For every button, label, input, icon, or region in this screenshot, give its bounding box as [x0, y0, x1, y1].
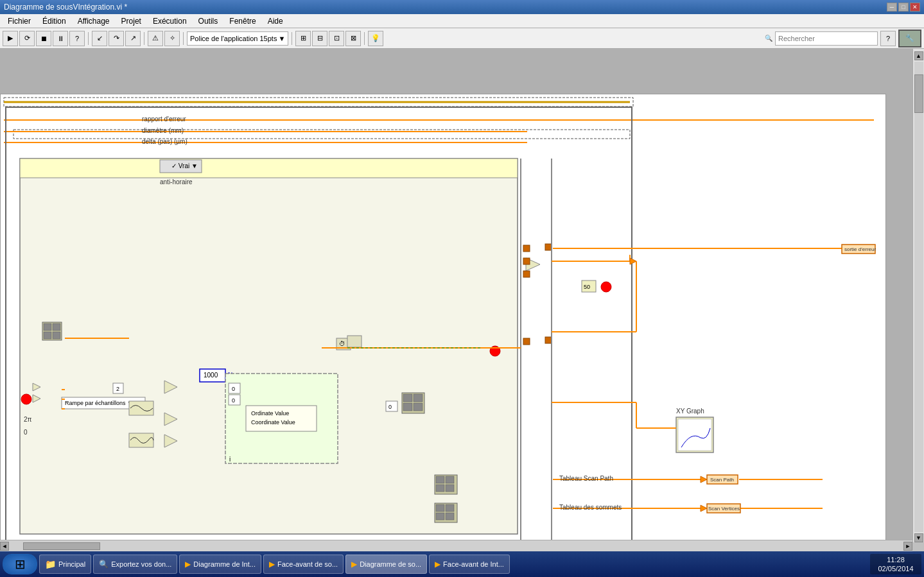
svg-point-49 [490, 346, 500, 356]
svg-rect-76 [446, 485, 454, 492]
svg-text:Tableau des sommets: Tableau des sommets [559, 504, 622, 511]
svg-rect-8 [20, 159, 518, 534]
run-cont-button[interactable]: ⟳ [19, 31, 35, 46]
svg-text:XY Graph: XY Graph [676, 408, 704, 415]
warning-button[interactable]: ⚠ [148, 31, 163, 46]
svg-rect-60 [545, 337, 552, 343]
bottom-scrollbar[interactable]: ◄ ► [0, 540, 912, 551]
svg-text:Rampe par échantillons ▼: Rampe par échantillons ▼ [65, 400, 133, 406]
svg-rect-19 [44, 332, 51, 339]
taskbar-folder-icon: 📁 [45, 559, 56, 569]
run-button[interactable]: ▶ [3, 31, 18, 46]
title-bar: Diagramme de sousVIntégration.vi * ─ □ ✕ [0, 0, 924, 14]
taskbar-item-principal[interactable]: 📁 Principal [39, 555, 91, 574]
svg-marker-28 [164, 413, 177, 426]
stop-button[interactable]: ⏹ [36, 31, 51, 46]
help-button[interactable]: ? [69, 31, 85, 46]
menu-fenetre[interactable]: Fenêtre [224, 15, 261, 27]
menu-affichage[interactable]: Affichage [73, 15, 115, 27]
svg-text:rapport d'erreur: rapport d'erreur [142, 116, 186, 123]
svg-rect-81 [446, 513, 454, 520]
svg-text:0: 0 [232, 386, 235, 392]
svg-rect-21 [62, 397, 145, 409]
main-area: ✓ Vrai ▼ anti-horaire rapport d'erreur d… [0, 49, 924, 542]
taskbar-clock: 11:28 02/05/2014 [870, 554, 921, 575]
taskbar-item-diagramme-int[interactable]: ▶ Diagramme de Int... [179, 555, 261, 574]
separator-1 [88, 32, 89, 45]
dist-button[interactable]: ⊟ [312, 31, 327, 46]
svg-text:Ordinate Value: Ordinate Value [251, 410, 289, 417]
svg-rect-77 [435, 503, 457, 522]
svg-text:2π: 2π [24, 416, 32, 423]
separator-2 [144, 32, 144, 45]
svg-text:Scan Path: Scan Path [710, 477, 734, 483]
svg-rect-47 [403, 403, 412, 411]
scroll-thumb[interactable] [914, 74, 923, 113]
window-title: Diagramme de sousVIntégration.vi * [4, 3, 127, 12]
taskbar-item-face-avant-so[interactable]: ▶ Face-avant de so... [263, 555, 344, 574]
pause-button[interactable]: ⏸ [53, 31, 68, 46]
svg-text:diamètre (mm): diamètre (mm) [142, 127, 184, 134]
taskbar-item-diagramme-so[interactable]: ▶ Diagramme de so... [345, 555, 427, 574]
svg-rect-105 [113, 383, 123, 393]
resize-button[interactable]: ⊡ [329, 31, 344, 46]
taskbar-app-icon-2: ▶ [185, 560, 191, 569]
order-button[interactable]: ⊠ [345, 31, 361, 46]
svg-marker-108 [33, 395, 40, 402]
svg-text:0: 0 [24, 429, 28, 436]
separator-4 [292, 32, 292, 45]
svg-rect-16 [42, 322, 62, 340]
svg-text:✓ Vrai ▼: ✓ Vrai ▼ [171, 162, 198, 169]
svg-rect-57 [523, 258, 530, 264]
scroll-right-button[interactable]: ► [903, 542, 912, 551]
step-over[interactable]: ↷ [109, 31, 124, 46]
scroll-track [914, 62, 923, 532]
svg-rect-111 [676, 417, 713, 452]
search-area: 🔍 ? 🔧 [765, 30, 921, 47]
separator-5 [364, 32, 365, 45]
scroll-up-button[interactable]: ▲ [914, 51, 923, 60]
wiring-svg: ✓ Vrai ▼ anti-horaire rapport d'erreur d… [1, 94, 885, 542]
clean-button[interactable]: ✧ [164, 31, 180, 46]
scroll-left-button[interactable]: ◄ [0, 542, 9, 551]
menu-fichier[interactable]: Fichier [3, 15, 36, 27]
svg-rect-18 [53, 323, 60, 331]
start-button[interactable]: ⊞ [3, 554, 37, 574]
help-icon[interactable]: ? [880, 31, 896, 46]
h-scroll-thumb[interactable] [23, 542, 100, 550]
taskbar-item-exportez[interactable]: 🔍 Exportez vos don... [93, 555, 177, 574]
menu-execution[interactable]: Exécution [148, 15, 192, 27]
align-button[interactable]: ⊞ [295, 31, 311, 46]
svg-rect-10 [160, 160, 202, 173]
scrollbar-right[interactable]: ▲ ▼ [912, 49, 924, 542]
svg-rect-59 [523, 338, 530, 345]
menu-edition[interactable]: Édition [37, 15, 71, 27]
menu-projet[interactable]: Projet [116, 15, 146, 27]
font-selector[interactable]: Police de l'application 15pts ▼ [187, 31, 288, 46]
diagram-area: ✓ Vrai ▼ anti-horaire rapport d'erreur d… [0, 94, 886, 542]
close-button[interactable]: ✕ [910, 3, 920, 12]
clock-time: 11:28 [876, 555, 915, 564]
search-icon: 🔍 [765, 35, 772, 42]
svg-text:sortie d'erreur: sortie d'erreur [844, 246, 876, 252]
scroll-down-button[interactable]: ▼ [914, 533, 923, 542]
svg-marker-86 [630, 258, 636, 264]
svg-rect-79 [446, 504, 454, 512]
svg-rect-26 [129, 433, 153, 447]
context-help[interactable]: 💡 [368, 31, 383, 46]
menu-aide[interactable]: Aide [263, 15, 288, 27]
h-scroll-track [10, 542, 902, 551]
start-icon: ⊞ [15, 556, 26, 572]
minimize-button[interactable]: ─ [887, 3, 897, 12]
step-out[interactable]: ↗ [125, 31, 141, 46]
step-into[interactable]: ↙ [92, 31, 107, 46]
maximize-button[interactable]: □ [898, 3, 909, 12]
tools-icon[interactable]: 🔧 [898, 30, 921, 47]
svg-text:i: i [229, 456, 231, 463]
svg-rect-72 [435, 475, 457, 494]
svg-rect-9 [20, 159, 518, 178]
taskbar-item-face-avant-int[interactable]: ▶ Face-avant de Int... [429, 555, 510, 574]
search-input[interactable] [775, 31, 878, 46]
separator-3 [183, 32, 184, 45]
menu-outils[interactable]: Outils [193, 15, 223, 27]
